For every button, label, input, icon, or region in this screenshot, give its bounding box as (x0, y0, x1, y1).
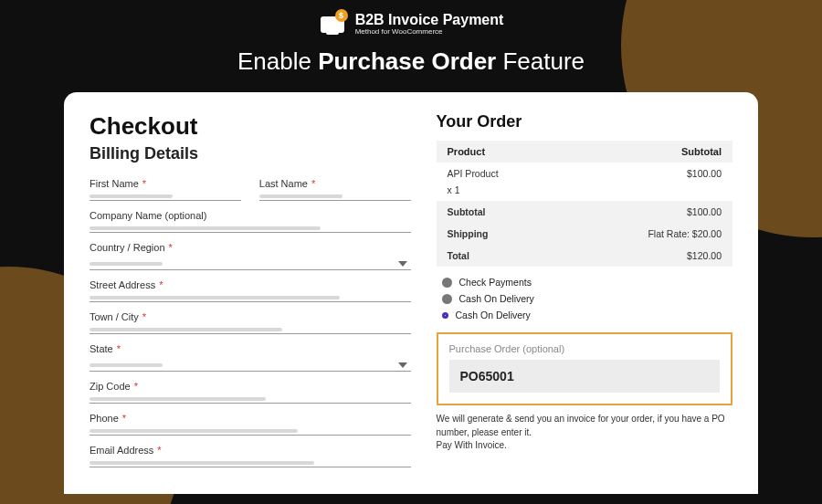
label-town: Town / City* (90, 311, 411, 322)
feature-headline: Enable Purchase Order Feature (0, 47, 822, 76)
checkout-card: Checkout Billing Details First Name* Las… (64, 92, 758, 494)
radio-icon (442, 278, 452, 288)
order-subtotal-row: Subtotal $100.00 (437, 201, 732, 223)
brand-title: B2B Invoice Payment (355, 13, 504, 28)
po-description: We will generate & send you an invoice f… (437, 413, 732, 453)
radio-icon (442, 294, 452, 304)
order-item-row: API Product x 1 $100.00 (437, 163, 732, 201)
radio-selected-icon (442, 312, 448, 319)
invoice-printer-icon: $ (319, 11, 346, 38)
billing-heading: Billing Details (90, 144, 411, 163)
brand-subtitle: Method for WooCommerce (355, 28, 504, 36)
order-total-row: Total $120.00 (437, 245, 732, 267)
page-title: Checkout (90, 112, 411, 141)
label-email: Email Address* (90, 445, 411, 456)
label-company: Company Name (optional) (90, 210, 411, 221)
order-table-header: Product Subtotal (437, 141, 732, 163)
state-select[interactable] (90, 360, 411, 372)
purchase-order-box: Purchase Order (optional) (437, 332, 732, 405)
label-first-name: First Name* (90, 178, 241, 189)
label-state: State* (90, 343, 411, 354)
label-country: Country / Region* (90, 242, 411, 253)
label-phone: Phone* (90, 413, 411, 424)
chevron-down-icon (398, 362, 407, 368)
chevron-down-icon (398, 261, 407, 267)
payment-option-cod-1[interactable]: Cash On Delivery (437, 290, 732, 307)
payment-option-check[interactable]: Check Payments (437, 274, 732, 290)
po-number-input[interactable] (449, 360, 720, 393)
country-select[interactable] (90, 258, 411, 270)
payment-option-cod-2[interactable]: Cash On Delivery (437, 307, 732, 323)
order-heading: Your Order (437, 112, 732, 131)
po-label: Purchase Order (optional) (449, 343, 720, 354)
order-shipping-row: Shipping Flat Rate: $20.00 (437, 223, 732, 245)
label-last-name: Last Name* (259, 178, 411, 189)
label-street: Street Address* (90, 279, 411, 290)
label-zip: Zip Code* (90, 381, 411, 392)
brand: $ B2B Invoice Payment Method for WooComm… (319, 11, 504, 38)
